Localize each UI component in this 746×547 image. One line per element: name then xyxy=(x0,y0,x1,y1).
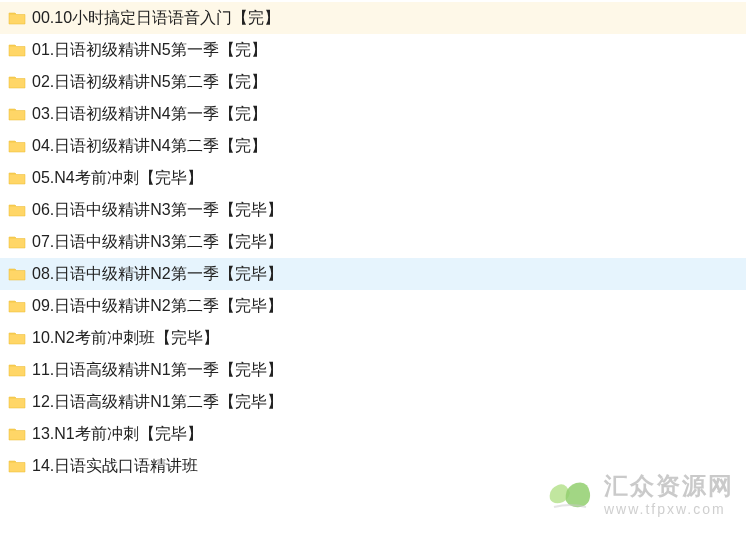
file-name: 12.日语高级精讲N1第二季【完毕】 xyxy=(32,386,283,418)
file-name: 07.日语中级精讲N3第二季【完毕】 xyxy=(32,226,283,258)
file-row[interactable]: 11.日语高级精讲N1第一季【完毕】 xyxy=(0,354,746,386)
file-row[interactable]: 10.N2考前冲刺班【完毕】 xyxy=(0,322,746,354)
watermark-logo-icon xyxy=(544,471,596,519)
file-row[interactable]: 13.N1考前冲刺【完毕】 xyxy=(0,418,746,450)
watermark-title: 汇众资源网 xyxy=(604,473,734,499)
watermark: 汇众资源网 www.tfpxw.com xyxy=(544,471,734,519)
file-row[interactable]: 07.日语中级精讲N3第二季【完毕】 xyxy=(0,226,746,258)
file-name: 04.日语初级精讲N4第二季【完】 xyxy=(32,130,267,162)
folder-icon xyxy=(8,139,26,153)
file-row[interactable]: 05.N4考前冲刺【完毕】 xyxy=(0,162,746,194)
folder-icon xyxy=(8,107,26,121)
file-name: 05.N4考前冲刺【完毕】 xyxy=(32,162,203,194)
folder-icon xyxy=(8,75,26,89)
file-row[interactable]: 02.日语初级精讲N5第二季【完】 xyxy=(0,66,746,98)
file-row[interactable]: 12.日语高级精讲N1第二季【完毕】 xyxy=(0,386,746,418)
folder-icon xyxy=(8,43,26,57)
file-row[interactable]: 08.日语中级精讲N2第一季【完毕】 xyxy=(0,258,746,290)
folder-icon xyxy=(8,363,26,377)
file-name: 06.日语中级精讲N3第一季【完毕】 xyxy=(32,194,283,226)
watermark-text: 汇众资源网 www.tfpxw.com xyxy=(604,473,734,517)
folder-icon xyxy=(8,459,26,473)
file-name: 00.10小时搞定日语语音入门【完】 xyxy=(32,2,280,34)
file-name: 03.日语初级精讲N4第一季【完】 xyxy=(32,98,267,130)
folder-icon xyxy=(8,235,26,249)
file-name: 13.N1考前冲刺【完毕】 xyxy=(32,418,203,450)
folder-icon xyxy=(8,171,26,185)
file-name: 01.日语初级精讲N5第一季【完】 xyxy=(32,34,267,66)
file-name: 14.日语实战口语精讲班 xyxy=(32,450,198,482)
folder-icon xyxy=(8,395,26,409)
file-row[interactable]: 01.日语初级精讲N5第一季【完】 xyxy=(0,34,746,66)
folder-icon xyxy=(8,11,26,25)
folder-icon xyxy=(8,299,26,313)
file-name: 10.N2考前冲刺班【完毕】 xyxy=(32,322,219,354)
file-name: 02.日语初级精讲N5第二季【完】 xyxy=(32,66,267,98)
folder-icon xyxy=(8,331,26,345)
folder-icon xyxy=(8,427,26,441)
file-name: 09.日语中级精讲N2第二季【完毕】 xyxy=(32,290,283,322)
watermark-url: www.tfpxw.com xyxy=(604,501,734,517)
file-name: 11.日语高级精讲N1第一季【完毕】 xyxy=(32,354,283,386)
folder-icon xyxy=(8,267,26,281)
file-row[interactable]: 09.日语中级精讲N2第二季【完毕】 xyxy=(0,290,746,322)
file-row[interactable]: 00.10小时搞定日语语音入门【完】 xyxy=(0,2,746,34)
file-row[interactable]: 03.日语初级精讲N4第一季【完】 xyxy=(0,98,746,130)
folder-icon xyxy=(8,203,26,217)
file-list: 00.10小时搞定日语语音入门【完】 01.日语初级精讲N5第一季【完】 02.… xyxy=(0,0,746,482)
file-row[interactable]: 06.日语中级精讲N3第一季【完毕】 xyxy=(0,194,746,226)
file-row[interactable]: 04.日语初级精讲N4第二季【完】 xyxy=(0,130,746,162)
file-name: 08.日语中级精讲N2第一季【完毕】 xyxy=(32,258,283,290)
